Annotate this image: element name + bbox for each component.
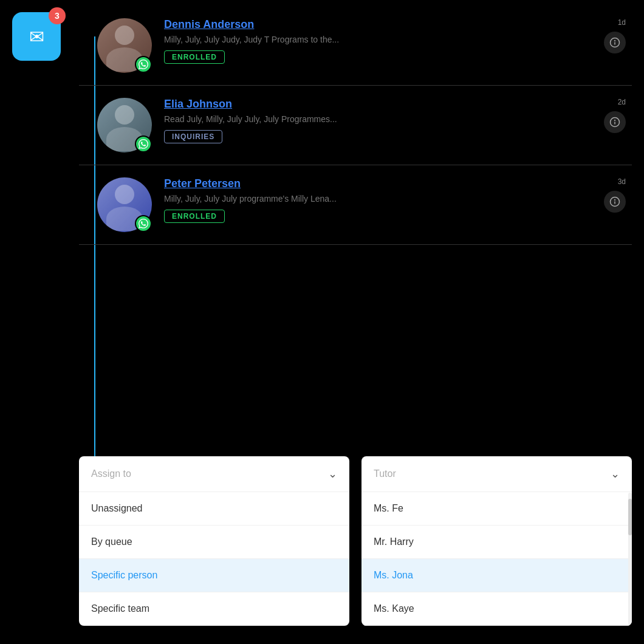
contact-item[interactable]: Dennis Anderson Milly, July, July Judy, … <box>79 6 632 86</box>
assign-option-by-queue[interactable]: By queue <box>79 526 349 559</box>
assign-to-header[interactable]: Assign to ⌄ <box>79 456 349 492</box>
contact-time: 3d <box>618 177 626 186</box>
contact-name[interactable]: Dennis Anderson <box>164 18 626 31</box>
contact-item[interactable]: Elia Johnson Read July, Milly, July July… <box>79 86 632 165</box>
notification-icon[interactable]: ✉ 3 <box>12 12 61 61</box>
avatar-wrap <box>97 18 152 73</box>
avatar-wrap <box>97 98 152 152</box>
whatsapp-badge-icon <box>135 135 152 152</box>
status-badge: ENROLLED <box>164 50 225 64</box>
contact-time: 2d <box>618 98 626 106</box>
whatsapp-badge-icon <box>135 215 152 232</box>
whatsapp-badge-icon <box>135 56 152 73</box>
contact-meta: 3d <box>604 177 626 213</box>
chevron-down-icon: ⌄ <box>328 467 337 481</box>
contact-info: Elia Johnson Read July, Milly, July July… <box>164 98 626 143</box>
contact-preview: Milly, July, July July programme's Milly… <box>164 194 529 204</box>
contact-meta: 2d <box>604 98 626 133</box>
svg-point-4 <box>614 120 615 121</box>
status-badge: ENROLLED <box>164 210 225 223</box>
avatar-wrap <box>97 177 152 232</box>
contact-list: Dennis Anderson Milly, July, July Judy, … <box>79 6 632 245</box>
contact-time: 1d <box>618 18 626 27</box>
envelope-icon: ✉ <box>29 26 44 47</box>
contact-preview: Read July, Milly, July July, July Progra… <box>164 114 529 124</box>
svg-point-7 <box>614 199 615 200</box>
svg-rect-2 <box>614 42 615 45</box>
assign-to-label: Assign to <box>91 468 131 479</box>
assign-option-specific-team[interactable]: Specific team <box>79 592 349 625</box>
contact-action-icon[interactable] <box>604 111 626 133</box>
chevron-down-icon: ⌄ <box>611 467 620 481</box>
scrollbar[interactable] <box>628 493 632 626</box>
dropdown-area: Assign to ⌄ Unassigned By queue Specific… <box>79 456 632 626</box>
status-badge: INQUIRIES <box>164 130 222 143</box>
contact-action-icon[interactable] <box>604 32 626 53</box>
svg-rect-8 <box>614 201 615 204</box>
contact-name[interactable]: Peter Petersen <box>164 177 626 190</box>
contact-info: Dennis Anderson Milly, July, July Judy, … <box>164 18 626 64</box>
assign-to-dropdown[interactable]: Assign to ⌄ Unassigned By queue Specific… <box>79 456 349 626</box>
assign-option-unassigned[interactable]: Unassigned <box>79 492 349 526</box>
tutor-header[interactable]: Tutor ⌄ <box>361 456 632 492</box>
contact-info: Peter Petersen Milly, July, July July pr… <box>164 177 626 223</box>
contact-preview: Milly, July, July Judy, Judy T Programs … <box>164 35 529 44</box>
tutor-label: Tutor <box>374 468 396 479</box>
tutor-option-ms-fe[interactable]: Ms. Fe <box>361 492 632 526</box>
svg-point-1 <box>614 40 615 41</box>
svg-rect-5 <box>614 122 615 125</box>
scroll-thumb[interactable] <box>628 499 632 535</box>
tutor-option-mr-harry[interactable]: Mr. Harry <box>361 526 632 559</box>
contact-item[interactable]: Peter Petersen Milly, July, July July pr… <box>79 165 632 245</box>
contact-action-icon[interactable] <box>604 191 626 213</box>
tutor-dropdown[interactable]: Tutor ⌄ Ms. Fe Mr. Harry Ms. Jona Ms. Ka… <box>361 456 632 626</box>
contact-meta: 1d <box>604 18 626 53</box>
assign-option-specific-person[interactable]: Specific person <box>79 559 349 592</box>
contact-name[interactable]: Elia Johnson <box>164 98 626 111</box>
tutor-option-ms-kaye[interactable]: Ms. Kaye <box>361 592 632 626</box>
notification-badge: 3 <box>49 7 66 24</box>
tutor-option-ms-jona[interactable]: Ms. Jona <box>361 559 632 592</box>
